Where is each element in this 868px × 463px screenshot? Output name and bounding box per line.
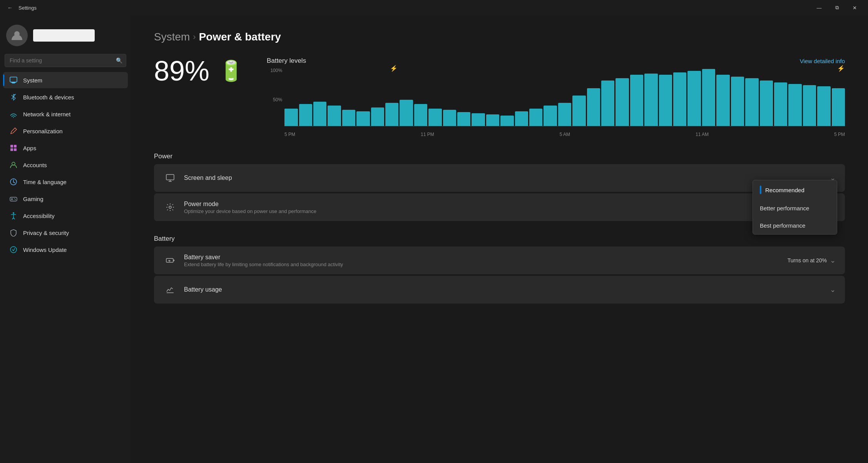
svg-point-16 — [13, 212, 14, 214]
svg-rect-18 — [166, 174, 174, 180]
minimize-icon: — — [817, 5, 822, 11]
screen-sleep-row[interactable]: Screen and sleep ⌄ — [154, 164, 845, 192]
titlebar: ← Settings — ⧉ ✕ — [0, 0, 868, 15]
svg-point-4 — [13, 117, 14, 118]
search-input[interactable] — [5, 54, 126, 67]
svg-rect-6 — [14, 145, 17, 148]
option-best-inner: Best performance — [760, 222, 805, 229]
chart-bar — [673, 72, 686, 126]
restore-button[interactable]: ⧉ — [828, 0, 846, 15]
chart-bar — [832, 88, 845, 126]
network-icon — [9, 110, 18, 118]
chart-bar — [558, 103, 571, 126]
sidebar-item-network[interactable]: Network & internet — [3, 106, 128, 122]
battery-chart-section: Battery levels View detailed info 100% 5… — [267, 57, 845, 137]
battery-usage-icon — [163, 283, 177, 297]
svg-rect-5 — [10, 145, 13, 148]
main-layout: 🔍 System Bluetooth & devices — [0, 15, 868, 463]
x-label-5pm2: 5 PM — [834, 132, 845, 137]
chart-bar — [529, 109, 542, 126]
chart-bar — [515, 111, 528, 126]
battery-saver-icon — [163, 253, 177, 267]
chart-bar — [601, 81, 614, 126]
search-icon: 🔍 — [116, 57, 122, 64]
privacy-icon — [9, 228, 18, 237]
chart-bar — [500, 116, 513, 126]
screen-sleep-icon — [163, 171, 177, 185]
chart-bar — [486, 114, 499, 126]
breadcrumb-current: Power & battery — [199, 31, 281, 43]
sidebar-label-privacy: Privacy & security — [23, 230, 69, 236]
svg-rect-3 — [11, 82, 16, 83]
chart-x-labels: 5 PM 11 PM 5 AM 11 AM 5 PM — [284, 130, 845, 137]
sidebar-item-bluetooth[interactable]: Bluetooth & devices — [3, 89, 128, 105]
chart-bar — [371, 107, 384, 126]
breadcrumb-parent[interactable]: System — [154, 31, 190, 43]
battery-saver-text: Battery saver Extend battery life by lim… — [184, 254, 788, 267]
battery-saver-chevron: ⌄ — [830, 256, 836, 265]
x-label-11am: 11 AM — [696, 132, 709, 137]
power-mode-icon — [163, 200, 177, 214]
sidebar: 🔍 System Bluetooth & devices — [0, 15, 131, 463]
sidebar-label-accessibility: Accessibility — [23, 213, 55, 219]
app-title: Settings — [18, 5, 37, 11]
sidebar-item-update[interactable]: Windows Update — [3, 242, 128, 258]
battery-usage-title: Battery usage — [184, 286, 830, 293]
sidebar-label-system: System — [23, 77, 42, 84]
y-label-100: 100% — [267, 68, 282, 73]
sidebar-item-personalization[interactable]: Personalization — [3, 123, 128, 139]
svg-point-17 — [10, 247, 17, 253]
sidebar-item-privacy[interactable]: Privacy & security — [3, 225, 128, 241]
chart-bar — [774, 82, 787, 126]
svg-point-21 — [169, 206, 171, 208]
battery-icon: 🔋 — [219, 59, 244, 83]
sidebar-item-system[interactable]: System — [3, 72, 128, 88]
chart-bar — [544, 106, 557, 126]
sidebar-item-time[interactable]: Time & language — [3, 174, 128, 190]
svg-rect-2 — [12, 83, 15, 84]
chart-bar — [630, 75, 643, 126]
sidebar-item-gaming[interactable]: Gaming — [3, 191, 128, 207]
system-icon — [9, 76, 18, 84]
bluetooth-icon — [9, 93, 18, 101]
chart-bar — [472, 113, 485, 126]
chart-bar — [716, 75, 729, 126]
power-mode-option-recommended[interactable]: Recommended — [753, 180, 837, 200]
sidebar-label-time: Time & language — [23, 179, 67, 185]
username-box — [33, 29, 95, 42]
view-detailed-link[interactable]: View detailed info — [800, 58, 845, 64]
time-icon — [9, 178, 18, 186]
battery-saver-row[interactable]: Battery saver Extend battery life by lim… — [154, 247, 845, 274]
power-mode-option-better[interactable]: Better performance — [753, 200, 837, 217]
chart-y-labels: 100% 50% — [267, 68, 284, 126]
power-mode-option-best[interactable]: Best performance — [753, 217, 837, 234]
avatar[interactable] — [6, 25, 28, 46]
chart-bars — [284, 68, 845, 126]
close-button[interactable]: ✕ — [846, 0, 863, 15]
search-box: 🔍 — [5, 54, 126, 67]
breadcrumb-separator: › — [193, 32, 196, 42]
x-label-11pm: 11 PM — [421, 132, 434, 137]
x-label-5am: 5 AM — [560, 132, 570, 137]
gaming-icon — [9, 195, 18, 203]
battery-usage-row[interactable]: Battery usage ⌄ — [154, 276, 845, 304]
power-mode-row[interactable]: Power mode Optimize your device based on… — [154, 193, 845, 221]
chart-bar — [385, 103, 398, 126]
battery-usage-text: Battery usage — [184, 286, 830, 293]
breadcrumb: System › Power & battery — [154, 31, 845, 43]
accounts-icon — [9, 161, 18, 169]
battery-percentage-value: 89% — [154, 57, 209, 85]
option-best-label: Best performance — [760, 222, 805, 229]
sidebar-label-apps: Apps — [23, 145, 36, 151]
chart-bar — [702, 69, 715, 126]
restore-icon: ⧉ — [835, 5, 839, 11]
sidebar-item-apps[interactable]: Apps — [3, 140, 128, 156]
update-icon — [9, 245, 18, 254]
window-controls: — ⧉ ✕ — [810, 0, 863, 15]
sidebar-item-accessibility[interactable]: Accessibility — [3, 208, 128, 224]
chart-bar — [615, 78, 629, 126]
back-button[interactable]: ← — [5, 2, 15, 13]
power-mode-dropdown: Recommended Better performance Best perf… — [753, 180, 837, 235]
minimize-button[interactable]: — — [810, 0, 828, 15]
sidebar-item-accounts[interactable]: Accounts — [3, 157, 128, 173]
